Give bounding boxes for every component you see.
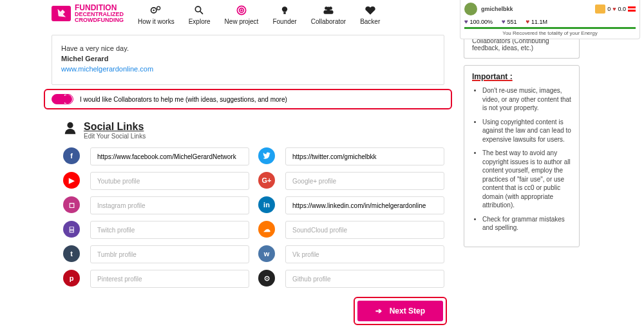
list-item: Using copyrighted content is against the… bbox=[482, 118, 571, 144]
svg-rect-9 bbox=[283, 12, 285, 14]
collaborator-toggle-label: I would like Collaborators to help me (w… bbox=[80, 96, 287, 103]
linkedin-input[interactable] bbox=[285, 196, 444, 214]
svg-point-7 bbox=[241, 10, 243, 12]
svg-point-3 bbox=[195, 6, 200, 12]
twitter-input[interactable] bbox=[285, 147, 444, 165]
svg-point-8 bbox=[282, 6, 287, 12]
heart-icon bbox=[363, 4, 377, 17]
collaborator-toggle-row: I would like Collaborators to help me (w… bbox=[44, 89, 452, 109]
youtube-icon: ▶ bbox=[63, 172, 80, 189]
soundcloud-input[interactable] bbox=[285, 221, 444, 239]
target-icon bbox=[234, 4, 249, 17]
twitch-input[interactable] bbox=[90, 221, 249, 239]
list-item: Don't re-use music, images, video, or an… bbox=[482, 86, 571, 113]
svg-point-12 bbox=[327, 7, 330, 11]
list-item: Check for grammar mistakes and spelling. bbox=[482, 215, 571, 232]
tumblr-icon: t bbox=[63, 245, 80, 262]
important-box: Important : Don't re-use music, images, … bbox=[464, 65, 580, 247]
nav-explore[interactable]: Explore bbox=[189, 4, 211, 25]
wallet[interactable]: 0 ♥ 0.0 bbox=[595, 5, 636, 14]
svg-point-14 bbox=[67, 122, 73, 128]
social-grid: f ▶ G+ ◻ in ⌸ ☁ t w p ⊙ bbox=[63, 147, 444, 288]
person-icon bbox=[63, 121, 77, 135]
wallet-icon bbox=[595, 5, 605, 14]
flag-icon bbox=[628, 6, 636, 12]
nav-founder[interactable]: Founder bbox=[272, 4, 296, 25]
youtube-input[interactable] bbox=[90, 172, 249, 190]
nav-how-it-works[interactable]: How it works bbox=[138, 4, 175, 25]
next-step-button[interactable]: ➔ Next Step bbox=[357, 301, 443, 321]
important-list: Don't re-use music, images, video, or an… bbox=[472, 86, 571, 232]
github-icon: ⊙ bbox=[258, 270, 275, 287]
user-widget: gmichelbkk 0 ♥ 0.0 ♥ 100.00% ♥ 551 ♥ 11.… bbox=[460, 0, 640, 39]
collaborator-toggle[interactable] bbox=[52, 94, 73, 104]
nav-new-project[interactable]: New project bbox=[225, 4, 259, 25]
github-input[interactable] bbox=[285, 270, 444, 288]
message-author: Michel Gerard bbox=[61, 55, 435, 62]
facebook-icon: f bbox=[63, 147, 80, 164]
vk-icon: w bbox=[258, 245, 275, 262]
vk-input[interactable] bbox=[285, 245, 444, 263]
group-icon bbox=[321, 4, 336, 17]
instagram-icon: ◻ bbox=[63, 196, 80, 213]
next-step-highlight: ➔ Next Step bbox=[354, 297, 447, 325]
svg-point-2 bbox=[157, 6, 160, 10]
arrow-right-icon: ➔ bbox=[375, 306, 382, 315]
message-greeting: Have a very nice day. bbox=[61, 44, 435, 52]
soundcloud-icon: ☁ bbox=[258, 221, 275, 238]
gplus-input[interactable] bbox=[285, 172, 444, 190]
svg-point-1 bbox=[153, 10, 155, 12]
svg-line-4 bbox=[200, 12, 202, 14]
important-title: Important : bbox=[472, 72, 571, 81]
social-title: Social Links bbox=[84, 121, 146, 133]
main-column: Have a very nice day. Michel Gerard www.… bbox=[52, 35, 444, 325]
instagram-input[interactable] bbox=[90, 196, 249, 214]
facebook-input[interactable] bbox=[90, 147, 249, 165]
list-item: The best way to avoid any copyright issu… bbox=[482, 149, 571, 210]
username[interactable]: gmichelbkk bbox=[481, 6, 591, 12]
bulb-icon bbox=[278, 4, 292, 17]
energy-bar bbox=[464, 27, 636, 29]
svg-rect-13 bbox=[323, 10, 333, 14]
sidebar: Collaborators (Contributing feedback, id… bbox=[464, 35, 580, 325]
linkedin-icon: in bbox=[258, 196, 275, 213]
energy-message: You Recovered the totality of your Energ… bbox=[464, 30, 636, 36]
message-link[interactable]: www.michelgerardonline.com bbox=[61, 65, 153, 73]
message-preview: Have a very nice day. Michel Gerard www.… bbox=[52, 35, 444, 85]
brand-logo[interactable]: FUNDITION DECENTRALIZED CROWDFUNDING bbox=[52, 4, 124, 23]
social-links-header: Social Links Edit Your Social Links bbox=[63, 121, 444, 140]
twitch-icon: ⌸ bbox=[63, 221, 80, 238]
logo-icon bbox=[52, 6, 71, 21]
brand-text: FUNDITION DECENTRALIZED CROWDFUNDING bbox=[75, 4, 124, 23]
pinterest-icon: p bbox=[63, 270, 80, 287]
gplus-icon: G+ bbox=[258, 172, 275, 189]
tumblr-input[interactable] bbox=[90, 245, 249, 263]
social-subtitle: Edit Your Social Links bbox=[84, 133, 146, 140]
nav-backer[interactable]: Backer bbox=[360, 4, 380, 25]
avatar[interactable] bbox=[464, 3, 477, 15]
nav-collaborator[interactable]: Collaborator bbox=[311, 4, 346, 25]
search-icon bbox=[193, 4, 207, 17]
gears-icon bbox=[149, 4, 163, 17]
twitter-icon bbox=[258, 147, 275, 164]
pinterest-input[interactable] bbox=[90, 270, 249, 288]
